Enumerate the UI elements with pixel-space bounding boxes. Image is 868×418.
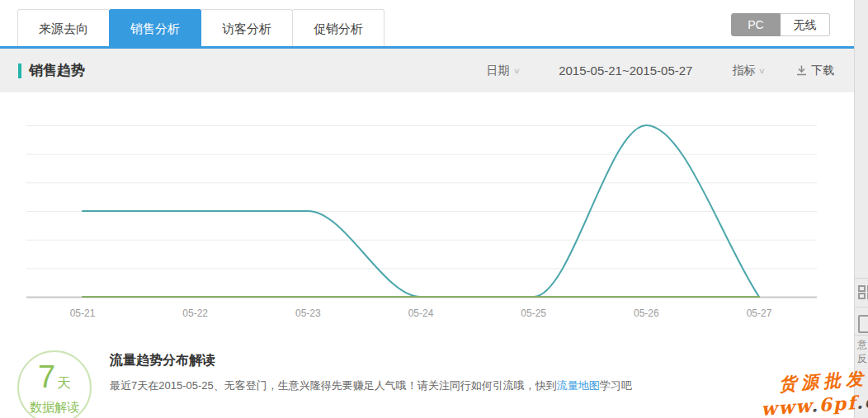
chevron-down-icon: ∨ <box>512 67 520 75</box>
date-dropdown-label: 日期 <box>487 63 510 78</box>
feedback-label-char[interactable]: 意 <box>857 338 867 352</box>
date-range[interactable]: 2015-05-21~2015-05-27 <box>559 63 692 77</box>
svg-text:05-23: 05-23 <box>295 308 321 319</box>
insight-title: 流量趋势分布解读 <box>110 352 753 369</box>
svg-text:05-24: 05-24 <box>408 308 434 319</box>
svg-text:05-25: 05-25 <box>521 308 546 319</box>
toggle-pc[interactable]: PC <box>731 13 781 36</box>
metric-dropdown-label: 指标 <box>732 63 755 78</box>
watermark-line2: www.6pf.cn <box>726 389 868 418</box>
section-title-wrap: 销售趋势 <box>18 61 85 80</box>
feedback-label-char[interactable]: 反 <box>857 352 867 366</box>
toggle-wireless[interactable]: 无线 <box>781 13 830 36</box>
tab-sales-analysis[interactable]: 销售分析 <box>109 9 201 46</box>
download-label: 下载 <box>811 63 834 78</box>
device-toggle: PC 无线 <box>731 13 830 36</box>
analytics-page: 来源去向 销售分析 访客分析 促销分析 PC 无线 销售趋势 日期 ∨ 2015… <box>0 0 868 418</box>
qr-code-icon[interactable] <box>858 285 868 300</box>
svg-text:05-27: 05-27 <box>747 308 772 319</box>
date-dropdown[interactable]: 日期 ∨ <box>487 63 520 78</box>
sidebar-divider <box>855 307 868 308</box>
insight-badge: 7天 数据解读 <box>17 350 92 418</box>
download-icon <box>796 65 807 76</box>
insight-text: 流量趋势分布解读 最近7天在2015-05-25、无客登门，生意兴隆得先要赚足人… <box>110 352 753 393</box>
title-accent-bar <box>18 63 21 78</box>
sidebar-divider <box>855 335 868 336</box>
traffic-map-link[interactable]: 流量地图 <box>557 379 600 392</box>
tab-visitor-analysis[interactable]: 访客分析 <box>200 9 293 46</box>
insight-badge-caption: 数据解读 <box>19 400 90 416</box>
sales-trend-chart[interactable]: 05-2105-2205-2305-2405-2505-2605-27 <box>0 92 854 331</box>
chart-controls: 日期 ∨ 2015-05-21~2015-05-27 指标 ∨ 下载 <box>487 63 834 78</box>
insight-body: 最近7天在2015-05-25、无客登门，生意兴隆得先要赚足人气哦！请关注同行如… <box>110 378 753 393</box>
svg-text:05-21: 05-21 <box>70 308 96 319</box>
sidebar-divider <box>855 278 868 279</box>
right-sidebar: 意 反 <box>854 0 868 418</box>
metric-dropdown[interactable]: 指标 ∨ <box>732 63 765 78</box>
panel-icon[interactable] <box>858 315 868 333</box>
section-header: 销售趋势 日期 ∨ 2015-05-21~2015-05-27 指标 ∨ 下载 <box>0 49 854 92</box>
tab-promotion-analysis[interactable]: 促销分析 <box>292 9 384 46</box>
chevron-down-icon: ∨ <box>758 67 766 75</box>
svg-text:05-22: 05-22 <box>182 308 208 319</box>
insight-badge-days: 7天 <box>19 362 90 398</box>
tab-bar: 来源去向 销售分析 访客分析 促销分析 <box>17 9 384 46</box>
download-button[interactable]: 下载 <box>796 63 834 78</box>
svg-text:05-26: 05-26 <box>634 308 659 319</box>
tab-source-destination[interactable]: 来源去向 <box>17 9 110 46</box>
section-title: 销售趋势 <box>29 61 85 80</box>
